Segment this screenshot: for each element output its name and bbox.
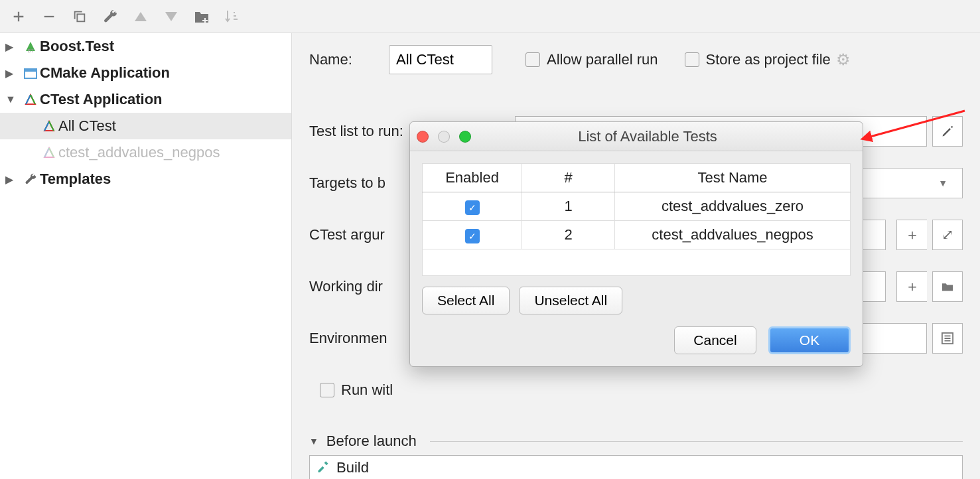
row-num: 2 <box>522 221 615 249</box>
chevron-right-icon: ▶ <box>5 40 21 53</box>
tree-item-all-ctest[interactable]: All CTest <box>0 113 291 139</box>
chevron-down-icon: ▼ <box>938 178 947 188</box>
tree-item-cmake[interactable]: ▶ CMake Application <box>0 60 291 86</box>
tree-label: Templates <box>40 171 111 188</box>
cancel-button[interactable]: Cancel <box>674 326 756 354</box>
gear-icon[interactable]: ⚙ <box>836 50 851 69</box>
tree-label: Boost.Test <box>40 38 114 55</box>
row-num: 1 <box>522 192 615 221</box>
table-row[interactable]: ✓ 1 ctest_addvalues_zero <box>423 192 851 221</box>
build-label: Build <box>336 459 369 476</box>
allow-parallel-label: Allow parallel run <box>547 51 658 68</box>
run-with-checkbox[interactable] <box>320 383 334 397</box>
row-name: ctest_addvalues_negpos <box>615 221 851 249</box>
chevron-right-icon: ▶ <box>5 173 21 186</box>
add-icon[interactable] <box>5 3 32 30</box>
checkbox-checked[interactable]: ✓ <box>465 200 480 215</box>
config-tree: ▶ BT Boost.Test ▶ CMake Application ▼ CT… <box>0 33 292 479</box>
list-item[interactable]: Build <box>310 456 962 479</box>
boost-icon: BT <box>21 40 40 53</box>
select-all-button[interactable]: Select All <box>422 287 510 314</box>
svg-rect-0 <box>77 14 84 21</box>
list-icon[interactable] <box>932 323 963 354</box>
tree-item-ctest[interactable]: ▼ CTest Application <box>0 86 291 113</box>
folder-icon[interactable] <box>932 271 963 302</box>
tree-item-negpos[interactable]: ctest_addvalues_negpos <box>0 139 291 166</box>
remove-icon[interactable] <box>36 3 62 30</box>
expand-icon[interactable]: ⤢ <box>932 220 963 250</box>
down-icon[interactable] <box>158 3 184 30</box>
checkbox-checked[interactable]: ✓ <box>465 229 480 243</box>
plus-icon[interactable]: ＋ <box>896 220 927 250</box>
tree-label: CTest Application <box>40 91 163 108</box>
tree-label: All CTest <box>58 117 116 135</box>
divider <box>430 441 963 442</box>
dialog-titlebar[interactable]: List of Available Tests <box>410 122 863 151</box>
before-launch-label: Before launch <box>326 433 417 450</box>
tree-item-boost[interactable]: ▶ BT Boost.Test <box>0 33 291 60</box>
edit-pencil-icon[interactable] <box>932 116 963 147</box>
unselect-all-button[interactable]: Unselect All <box>519 287 622 314</box>
chevron-down-icon: ▼ <box>309 436 318 446</box>
wrench-icon[interactable] <box>97 3 123 30</box>
copy-icon[interactable] <box>66 3 93 30</box>
close-icon[interactable] <box>417 131 429 143</box>
run-with-label: Run witl <box>341 381 393 399</box>
wrench-icon <box>21 172 40 186</box>
plus-icon[interactable]: ＋ <box>896 271 927 302</box>
chevron-right-icon: ▶ <box>5 67 21 80</box>
before-launch-header[interactable]: ▼ Before launch <box>309 433 963 450</box>
col-num[interactable]: # <box>522 164 615 192</box>
hammer-icon <box>316 459 330 476</box>
svg-rect-3 <box>25 69 36 72</box>
tests-dialog: List of Available Tests Enabled # Test N… <box>409 121 863 367</box>
store-project-label: Store as project file <box>706 51 831 68</box>
dialog-title: List of Available Tests <box>439 128 856 145</box>
ctest-icon <box>21 93 40 106</box>
table-row[interactable]: ✓ 2 ctest_addvalues_negpos <box>423 221 851 249</box>
save-icon[interactable] <box>188 3 215 30</box>
tree-item-templates[interactable]: ▶ Templates <box>0 166 291 192</box>
name-label: Name: <box>309 51 389 68</box>
tree-label: ctest_addvalues_negpos <box>58 144 220 161</box>
tests-table: Enabled # Test Name ✓ 1 ctest_addvalues_… <box>422 163 851 276</box>
row-name: ctest_addvalues_zero <box>615 192 851 221</box>
ctest-icon-dim <box>40 146 58 159</box>
ok-button[interactable]: OK <box>768 326 851 354</box>
up-icon[interactable] <box>127 3 154 30</box>
sort-icon[interactable] <box>219 3 245 30</box>
allow-parallel-checkbox[interactable] <box>525 52 540 67</box>
col-enabled[interactable]: Enabled <box>423 164 522 192</box>
svg-text:BT: BT <box>28 48 35 53</box>
store-project-checkbox[interactable] <box>685 52 699 67</box>
tree-label: CMake Application <box>40 64 170 82</box>
name-input[interactable] <box>389 45 492 74</box>
col-name[interactable]: Test Name <box>615 164 851 192</box>
cmake-icon <box>21 67 40 79</box>
ctest-icon <box>40 119 58 133</box>
chevron-down-icon: ▼ <box>5 94 21 105</box>
before-launch-list: Build Prepare test run <box>309 455 963 479</box>
toolbar <box>0 0 980 33</box>
